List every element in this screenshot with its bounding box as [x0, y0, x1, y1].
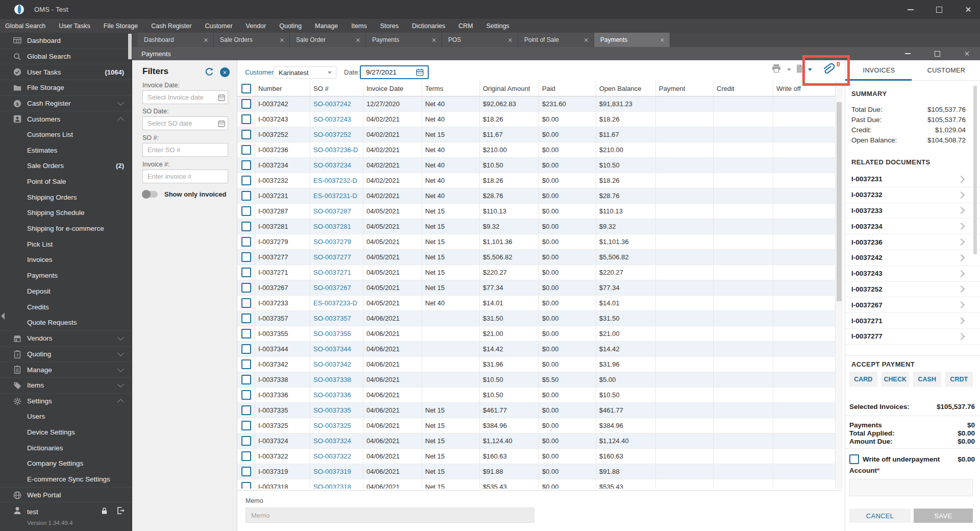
cell-so-link[interactable]: SO-0037355 — [310, 326, 363, 341]
cell-write-off[interactable] — [773, 388, 835, 402]
cell-credit[interactable] — [714, 464, 773, 479]
cell-credit[interactable] — [714, 188, 773, 203]
sidebar-item-pick-list[interactable]: Pick List — [0, 236, 132, 252]
cell-credit[interactable] — [714, 142, 773, 157]
cell-write-off[interactable] — [773, 219, 835, 234]
cell-payment[interactable] — [656, 464, 714, 479]
cell-write-off[interactable] — [773, 234, 835, 249]
menu-item-settings[interactable]: Settings — [486, 22, 509, 30]
sidebar-item-customers-list[interactable]: Customers List — [0, 127, 132, 142]
cell-payment[interactable] — [656, 479, 714, 489]
sidebar-item-payments[interactable]: Payments — [0, 268, 132, 283]
close-icon[interactable] — [963, 5, 973, 15]
sidebar-collapse-icon[interactable] — [1, 312, 5, 320]
row-checkbox[interactable] — [241, 298, 251, 308]
filters-close-icon[interactable] — [220, 67, 230, 77]
row-checkbox[interactable] — [241, 421, 251, 430]
cell-so-link[interactable]: SO-0037281 — [310, 219, 363, 234]
calendar-icon[interactable] — [415, 68, 424, 77]
export-icon[interactable] — [795, 64, 804, 76]
sidebar-item-estimates[interactable]: Estimates — [0, 142, 132, 158]
sidebar-item-shipping-orders[interactable]: Shipping Orders — [0, 189, 132, 205]
sidebar-item-company-settings[interactable]: Company Settings — [0, 456, 132, 472]
cell-payment[interactable] — [656, 311, 714, 326]
cell-credit[interactable] — [714, 418, 773, 433]
cell-credit[interactable] — [714, 127, 773, 142]
sidebar-item-items[interactable]: Items — [0, 377, 132, 393]
cell-payment[interactable] — [656, 372, 714, 387]
row-checkbox[interactable] — [241, 451, 251, 461]
tab-dashboard[interactable]: Dashboard — [138, 33, 214, 47]
row-checkbox[interactable] — [241, 405, 251, 415]
cell-so-link[interactable]: SO-0037243 — [310, 112, 363, 127]
sidebar-item-deposit[interactable]: Deposit — [0, 283, 132, 299]
cell-payment[interactable] — [656, 280, 714, 295]
row-checkbox[interactable] — [241, 99, 251, 109]
cell-payment[interactable] — [656, 127, 714, 142]
print-icon[interactable] — [771, 63, 782, 76]
sidebar-item-shipping-for-e-commerce[interactable]: Shipping for e-commerce — [0, 221, 132, 236]
print-options-chevron-icon[interactable] — [787, 68, 791, 71]
tab-invoices[interactable]: INVOICES — [845, 60, 913, 80]
sidebar-item-user-tasks[interactable]: User Tasks(1064) — [0, 64, 132, 80]
sidebar-item-point-of-sale[interactable]: Point of Sale — [0, 174, 132, 189]
write-off-checkbox[interactable] — [849, 454, 859, 464]
cell-write-off[interactable] — [773, 464, 835, 479]
related-document-i-0037232[interactable]: I-0037232 — [845, 187, 980, 203]
menu-item-vendor[interactable]: Vendor — [246, 22, 266, 30]
cell-so-link[interactable]: SO-0037277 — [310, 250, 363, 264]
cell-so-link[interactable]: SO-0037322 — [310, 449, 363, 464]
menu-item-items[interactable]: Items — [351, 22, 367, 30]
cell-credit[interactable] — [714, 234, 773, 249]
calendar-icon[interactable] — [217, 93, 226, 102]
related-document-i-0037267[interactable]: I-0037267 — [845, 297, 980, 313]
sidebar-item-quoting[interactable]: ?Quoting — [0, 346, 132, 362]
row-checkbox[interactable] — [241, 222, 251, 231]
cell-payment[interactable] — [656, 173, 714, 188]
cell-credit[interactable] — [714, 96, 773, 111]
cell-payment[interactable] — [656, 357, 714, 372]
sidebar-scrollbar-thumb[interactable] — [128, 34, 132, 59]
cell-payment[interactable] — [656, 265, 714, 280]
cell-payment[interactable] — [656, 142, 714, 157]
sidebar-item-invoices[interactable]: Invoices — [0, 252, 132, 268]
sidebar-item-sale-orders[interactable]: Sale Orders(2) — [0, 158, 132, 174]
sidebar-item-settings[interactable]: Settings — [0, 393, 132, 409]
related-document-i-0037242[interactable]: I-0037242 — [845, 250, 980, 266]
related-document-i-0037277[interactable]: I-0037277 — [845, 329, 980, 345]
cell-so-link[interactable]: SO-0037344 — [310, 342, 363, 356]
close-tab-icon[interactable] — [432, 38, 436, 42]
cell-so-link[interactable]: SO-0037234 — [310, 158, 363, 173]
close-tab-icon[interactable] — [356, 38, 360, 42]
cell-payment[interactable] — [656, 433, 714, 448]
calendar-icon[interactable] — [217, 119, 226, 128]
cell-credit[interactable] — [714, 449, 773, 464]
cell-credit[interactable] — [714, 173, 773, 188]
cell-payment[interactable] — [656, 388, 714, 402]
cell-write-off[interactable] — [773, 372, 835, 387]
cell-so-link[interactable]: SO-0037242 — [310, 96, 363, 111]
cell-credit[interactable] — [714, 250, 773, 264]
related-document-i-0037252[interactable]: I-0037252 — [845, 282, 980, 298]
refresh-icon[interactable] — [204, 67, 214, 77]
cell-so-link[interactable]: SO-0037287 — [310, 204, 363, 219]
related-document-i-0037234[interactable]: I-0037234 — [845, 219, 980, 234]
tab-customer[interactable]: CUSTOMER — [913, 60, 980, 80]
related-document-i-0037271[interactable]: I-0037271 — [845, 313, 980, 329]
menu-item-cash-register[interactable]: Cash Register — [151, 22, 191, 30]
select-all-checkbox[interactable] — [241, 84, 251, 93]
sidebar-scrollbar[interactable] — [128, 33, 132, 502]
menu-item-global-search[interactable]: Global Search — [5, 22, 45, 30]
cell-credit[interactable] — [714, 357, 773, 372]
cell-payment[interactable] — [656, 96, 714, 111]
cell-payment[interactable] — [656, 234, 714, 249]
cell-so-link[interactable]: SO-0037279 — [310, 234, 363, 249]
cell-payment[interactable] — [656, 342, 714, 356]
sidebar-item-web-portal[interactable]: Web Portal — [0, 487, 132, 503]
sidebar-item-quote-requests[interactable]: Quote Requests — [0, 315, 132, 330]
row-checkbox[interactable] — [241, 145, 251, 155]
cell-payment[interactable] — [656, 112, 714, 127]
menu-item-customer[interactable]: Customer — [205, 22, 232, 30]
cell-so-link[interactable]: SO-0037319 — [310, 464, 363, 479]
cell-so-link[interactable]: SO-0037318 — [310, 479, 363, 489]
